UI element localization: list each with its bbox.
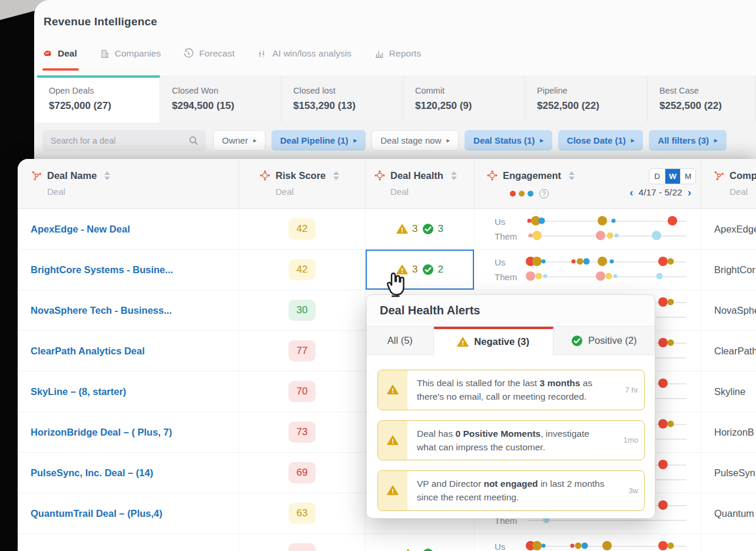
summary-card-open-deals[interactable]: Open Deals$725,000 (27) — [37, 75, 160, 122]
positive-count: 3 — [438, 223, 443, 235]
engagement-dot-gold — [532, 541, 542, 550]
summary-card-pipeline[interactable]: Pipeline$252,500 (22) — [525, 75, 648, 122]
chevron-left-icon[interactable]: ‹ — [629, 187, 633, 198]
summary-card-best-case[interactable]: Best Case$252,500 (22) — [648, 75, 756, 122]
engagement-dot-blue — [583, 258, 589, 265]
period-option-d[interactable]: D — [649, 169, 665, 184]
column-subtitle: Deal — [730, 187, 756, 197]
tab-reports[interactable]: Reports — [374, 48, 421, 59]
company-cell: Quantum — [701, 493, 756, 533]
check-icon — [422, 264, 434, 276]
summary-card-commit[interactable]: Commit$120,250 (9) — [403, 75, 525, 122]
engagement-dot-gold — [668, 299, 674, 306]
filter-all-filters-3[interactable]: All filters (3)▸ — [649, 130, 726, 151]
risk-score-badge: 77 — [289, 340, 316, 361]
deal-name-link[interactable]: SkyLine – (8, starter) — [31, 386, 126, 397]
deal-icon — [42, 49, 52, 58]
tab-companies[interactable]: Companies — [100, 48, 161, 59]
caret-right-icon: ▸ — [714, 137, 718, 144]
engagement-track — [528, 235, 687, 237]
column-header-company[interactable]: Comp Deal — [701, 159, 756, 209]
sort-arrows[interactable] — [104, 171, 110, 180]
engagement-row-label: Them — [495, 272, 517, 282]
deal-name-link[interactable]: QuantumTrail Deal – (Plus,4) — [31, 508, 163, 519]
engagement-cell: UsThem — [474, 250, 701, 290]
column-title: Risk Score — [276, 170, 326, 181]
date-range-nav: ‹ 4/17 - 5/22 › — [629, 187, 691, 198]
column-header-deal-health[interactable]: Deal Health Deal — [365, 159, 474, 209]
sort-arrows[interactable] — [333, 171, 339, 180]
deal-name-cell: ClearPath Analytics Deal — [18, 331, 238, 371]
popover-tab-positive-2[interactable]: Positive (2) — [553, 327, 655, 355]
column-header-risk-score[interactable]: Risk Score Deal — [238, 159, 365, 209]
app-window: Revenue Intelligence DealCompaniesForeca… — [34, 0, 756, 159]
alert-timestamp: 7 hr — [612, 370, 644, 410]
tab-forecast[interactable]: Forecast — [183, 48, 234, 59]
risk-score-badge — [289, 543, 316, 551]
filter-deal-pipeline-1[interactable]: Deal Pipeline (1)▸ — [271, 130, 366, 151]
chevron-right-icon[interactable]: › — [688, 187, 691, 198]
engagement-row-label: Them — [495, 231, 517, 241]
deal-name-cell: NovaSphere Tech - Business... — [18, 290, 238, 330]
engagement-dot-pink — [526, 271, 535, 281]
engagement-dot-red — [658, 500, 668, 510]
period-option-w[interactable]: W — [665, 169, 680, 184]
company-cell: ClearPath — [701, 331, 756, 371]
filter-close-date-1[interactable]: Close Date (1)▸ — [558, 130, 644, 151]
caret-right-icon: ▸ — [354, 137, 357, 144]
engagement-dot-blue — [542, 260, 546, 264]
filter-deal-stage-now[interactable]: Deal stage now▸ — [372, 130, 459, 151]
filter-label: All filters (3) — [658, 135, 709, 145]
period-option-m[interactable]: M — [680, 169, 695, 184]
sort-arrows[interactable] — [569, 171, 575, 180]
deal-name-link[interactable]: ClearPath Analytics Deal — [31, 346, 145, 357]
risk-score-cell: 42 — [238, 209, 365, 249]
deal-name-link[interactable]: BrightCore Systems - Busine... — [31, 264, 173, 276]
hubspot-icon — [713, 170, 725, 181]
column-header-deal-name[interactable]: Deal Name Deal — [18, 159, 238, 209]
tab-ai-win-loss-analysis[interactable]: AI win/loss analysis — [257, 48, 351, 59]
engagement-row-label: Us — [495, 542, 505, 551]
filter-owner[interactable]: Owner▸ — [213, 130, 266, 151]
engagement-track — [528, 221, 687, 222]
deal-health-cell[interactable]: 32 — [365, 250, 474, 290]
engagement-row-label: Us — [495, 217, 505, 227]
popover-tab-all-5[interactable]: All (5) — [367, 327, 434, 355]
engagement-dot-pink — [596, 231, 605, 240]
search-input[interactable] — [42, 130, 206, 151]
column-title: Engagement — [503, 170, 561, 181]
deal-name-link[interactable]: ApexEdge - New Deal — [31, 224, 130, 235]
tab-deal[interactable]: Deal — [42, 48, 77, 59]
help-icon[interactable]: ? — [539, 189, 549, 198]
column-header-engagement[interactable]: Engagement ? DWM ‹ 4/17 - 5/22 › — [474, 159, 701, 209]
filter-deal-status-1[interactable]: Deal Status (1)▸ — [465, 130, 552, 151]
summary-card-closed-won[interactable]: Closed Won$294,500 (15) — [160, 75, 281, 122]
engagement-dot-gold — [668, 258, 674, 265]
engagement-dot-lightyellow — [607, 233, 614, 239]
company-cell: PulseSyn — [701, 453, 756, 493]
deal-name-cell: BrightCore Systems - Busine... — [18, 250, 238, 290]
filter-label: Deal stage now — [380, 135, 441, 145]
engagement-dot-lightblue — [615, 234, 619, 238]
deal-health-cell[interactable]: 33 — [365, 209, 474, 249]
alert-card: This deal is stalled for the last 3 mont… — [377, 370, 645, 410]
risk-score-badge: 73 — [289, 421, 316, 443]
caret-right-icon: ▸ — [447, 137, 450, 144]
sort-arrows[interactable] — [451, 171, 457, 180]
deal-name-link[interactable]: HorizonBridge Deal – ( Plus, 7) — [31, 427, 172, 438]
popover-tab-negative-3[interactable]: Negative (3) — [434, 327, 553, 355]
summary-card-value: $153,290 (13) — [293, 100, 391, 112]
risk-score-cell: 42 — [238, 250, 365, 290]
engagement-dot-red — [572, 260, 576, 264]
deal-name-link[interactable]: NovaSphere Tech - Business... — [31, 305, 172, 316]
summary-card-closed-lost[interactable]: Closed lost$153,290 (13) — [281, 75, 403, 122]
engagement-dot-gold — [668, 421, 674, 427]
engagement-dot-gold — [575, 543, 582, 549]
deal-health-cell[interactable] — [365, 534, 474, 551]
deal-name-link[interactable]: PulseSync, Inc. Deal – (14) — [31, 467, 153, 479]
summary-card-value: $252,500 (22) — [659, 100, 744, 112]
engagement-dot-gold — [577, 258, 583, 265]
hubspot-icon — [31, 170, 42, 181]
engagement-dot-red — [658, 419, 668, 429]
engagement-dot-red — [658, 338, 668, 347]
